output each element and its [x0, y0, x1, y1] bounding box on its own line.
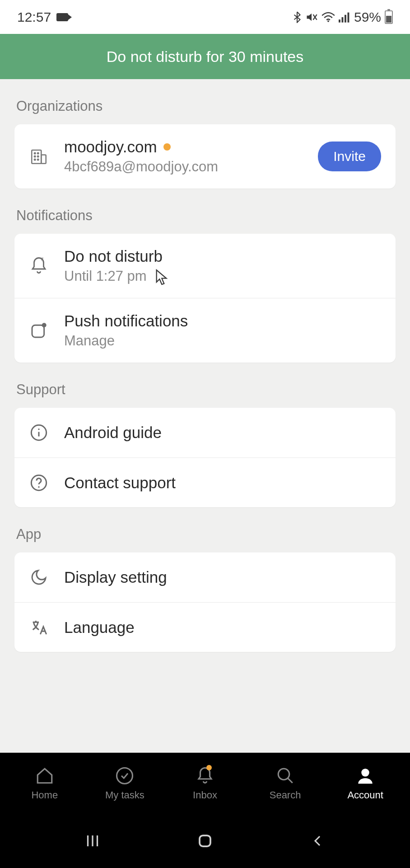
svg-point-20 [38, 429, 39, 430]
system-nav-bar [0, 814, 410, 868]
nav-account-label: Account [347, 789, 383, 801]
section-header-app: App [0, 507, 410, 552]
svg-point-24 [278, 769, 289, 780]
section-header-notifications: Notifications [0, 189, 410, 234]
svg-point-13 [34, 159, 35, 160]
bell-icon [196, 766, 214, 786]
org-email: 4bcf689a@moodjoy.com [64, 159, 318, 175]
svg-rect-8 [41, 155, 46, 164]
language-item[interactable]: Language [14, 602, 396, 652]
check-circle-icon [115, 766, 134, 786]
svg-point-2 [327, 20, 329, 22]
push-title: Push notifications [64, 312, 381, 330]
svg-rect-7 [32, 150, 41, 164]
home-icon [35, 766, 54, 786]
support-card: Android guide Contact support [14, 408, 396, 507]
svg-line-25 [288, 778, 293, 783]
organizations-card: moodjoy.com 4bcf689a@moodjoy.com Invite [14, 124, 396, 189]
svg-point-12 [37, 156, 38, 157]
svg-point-10 [37, 153, 38, 154]
battery-icon [385, 10, 393, 24]
wifi-icon [321, 12, 335, 23]
dnd-banner[interactable]: Do not disturb for 30 minutes [0, 34, 410, 79]
dnd-title: Do not disturb [64, 247, 381, 265]
organization-item[interactable]: moodjoy.com 4bcf689a@moodjoy.com Invite [14, 124, 396, 189]
nav-account[interactable]: Account [334, 766, 397, 801]
svg-rect-16 [32, 325, 44, 337]
svg-point-26 [361, 769, 369, 777]
svg-text:z: z [41, 256, 43, 261]
nav-search[interactable]: Search [254, 766, 317, 801]
svg-point-17 [42, 323, 47, 327]
person-icon [356, 766, 375, 786]
status-time: 12:57 [17, 9, 51, 25]
contact-title: Contact support [64, 474, 381, 492]
nav-home[interactable]: Home [13, 766, 76, 801]
svg-point-9 [34, 153, 35, 154]
dnd-subtitle: Until 1:27 pm [64, 268, 381, 284]
home-button[interactable] [191, 827, 219, 854]
info-icon [29, 423, 49, 443]
guide-title: Android guide [64, 424, 381, 442]
question-icon [29, 473, 49, 493]
language-icon [29, 618, 49, 637]
push-subtitle: Manage [64, 333, 381, 349]
section-header-support: Support [0, 363, 410, 408]
svg-rect-3 [339, 19, 340, 23]
svg-point-11 [34, 156, 35, 157]
android-guide-item[interactable]: Android guide [14, 408, 396, 458]
notifications-card: z Do not disturb Until 1:27 pm Push noti… [14, 234, 396, 363]
back-button[interactable] [304, 827, 331, 854]
contact-support-item[interactable]: Contact support [14, 458, 396, 507]
recents-button[interactable] [79, 827, 106, 854]
nav-search-label: Search [270, 789, 301, 801]
nav-inbox-label: Inbox [193, 789, 217, 801]
bluetooth-icon [293, 11, 302, 23]
notification-badge-icon [29, 321, 49, 340]
org-status-dot-icon [163, 143, 171, 151]
nav-tasks[interactable]: My tasks [93, 766, 156, 801]
battery-percent: 59% [354, 9, 381, 25]
svg-point-23 [117, 768, 133, 783]
display-title: Display setting [64, 568, 381, 586]
invite-button[interactable]: Invite [318, 142, 381, 171]
section-header-organizations: Organizations [0, 79, 410, 124]
push-notifications-item[interactable]: Push notifications Manage [14, 298, 396, 363]
svg-rect-4 [341, 17, 343, 23]
org-name: moodjoy.com [64, 138, 157, 156]
building-icon [29, 146, 49, 166]
nav-inbox[interactable]: Inbox [173, 766, 237, 801]
search-icon [276, 766, 295, 786]
do-not-disturb-item[interactable]: z Do not disturb Until 1:27 pm [14, 234, 396, 298]
display-setting-item[interactable]: Display setting [14, 552, 396, 602]
app-card: Display setting Language [14, 552, 396, 652]
status-bar: 12:57 59% [0, 0, 410, 34]
status-icons: 59% [293, 9, 393, 25]
svg-rect-5 [345, 14, 346, 22]
inbox-badge-icon [206, 765, 212, 770]
svg-point-22 [38, 486, 39, 487]
bottom-nav: Home My tasks Inbox Search Account [0, 753, 410, 814]
svg-rect-6 [347, 12, 349, 22]
language-title: Language [64, 618, 381, 637]
mute-icon [305, 11, 318, 23]
nav-home-label: Home [31, 789, 58, 801]
dnd-banner-text: Do not disturb for 30 minutes [107, 48, 304, 66]
nav-tasks-label: My tasks [105, 789, 144, 801]
moon-icon [29, 567, 49, 587]
video-recording-icon [56, 13, 68, 21]
settings-content: Organizations moodjoy.com 4bcf689a@moodj… [0, 79, 410, 753]
bell-snooze-icon: z [29, 256, 49, 276]
signal-icon [339, 12, 350, 23]
svg-rect-30 [200, 835, 210, 846]
svg-point-14 [37, 159, 38, 160]
